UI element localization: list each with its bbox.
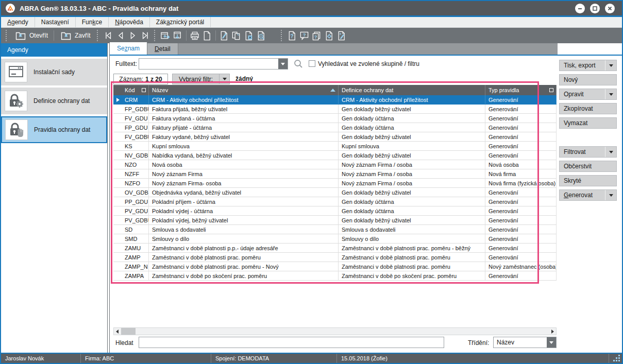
zav-t-button[interactable]: Zavřít	[56, 28, 94, 43]
filter-dropdown-icon[interactable]	[219, 74, 229, 84]
hledat-label: Hledat	[115, 339, 133, 346]
menu-item-n-pov-da[interactable]: Nápověda	[109, 17, 150, 27]
table-row[interactable]: PV_GDUPokladní výdej - účtárnaGen doklad…	[113, 206, 557, 216]
minimize-icon[interactable]	[575, 4, 585, 13]
column-header-n-zev[interactable]: Název	[149, 85, 339, 95]
column-options-icon[interactable]	[549, 88, 553, 92]
table-row[interactable]: PP_GDUPokladní příjem - účtárnaGen dokla…	[113, 197, 557, 206]
fulltext-input[interactable]	[139, 58, 288, 70]
table-row[interactable]: OV_GDBUObjednávka vydaná, běžný uživatel…	[113, 188, 557, 197]
sidebar-item-pravidla-ochrany-dat[interactable]: Pravidla ochrany dat	[1, 116, 107, 143]
table-row[interactable]: ZAMUZaměstnanci v době platnosti p.p.- ú…	[113, 244, 557, 253]
vymazat-button[interactable]: Vymazat	[559, 117, 617, 129]
scrollbar-thumb[interactable]	[121, 328, 136, 335]
close-icon[interactable]	[605, 4, 615, 13]
table-row[interactable]: CRMCRM - Aktivity obchodní příležitostCR…	[113, 95, 557, 105]
otev-t-button[interactable]: Otevřít	[11, 28, 52, 43]
new-document-icon[interactable]	[201, 29, 213, 42]
column-header-typ-pravidla[interactable]: Typ pravidla	[485, 85, 557, 95]
dropdown-arrow-icon[interactable]	[605, 147, 616, 157]
table-row[interactable]: FP_GDBUFaktura přijatá, běžný uživatelGe…	[113, 105, 557, 114]
filter-value: žádný	[235, 75, 253, 82]
column-header-k-d[interactable]: Kód	[113, 85, 149, 95]
sort-asc-icon[interactable]	[330, 89, 335, 92]
menu-item-agendy[interactable]: Agendy	[1, 17, 35, 27]
dropdown-arrow-icon[interactable]	[605, 89, 616, 99]
column-header-definice-ochrany-dat[interactable]: Definice ochrany dat	[339, 85, 485, 95]
nov-button[interactable]: Nový	[559, 74, 617, 85]
context-help-icon[interactable]: ?	[298, 29, 311, 42]
dropdown-arrow-icon[interactable]	[605, 60, 616, 71]
copy-icon[interactable]	[230, 29, 243, 42]
open-in-editor-icon[interactable]	[159, 29, 172, 42]
search-in-group-checkbox[interactable]	[309, 60, 315, 67]
preview-icon[interactable]	[255, 29, 267, 42]
help-document-icon[interactable]: ?	[286, 29, 298, 42]
table-row[interactable]: SMDSmlouvy o díloSmlouvy o díloGenerován…	[113, 234, 557, 244]
menu-item-funkce[interactable]: Funkce	[76, 17, 109, 27]
scroll-right-icon[interactable]	[549, 328, 556, 335]
cell-typ-pravidla: Nová firma (fyzická osoba)	[485, 179, 557, 187]
table-row[interactable]: KSKupní smlouvaKupní smlouvaGenerování	[113, 142, 557, 151]
skryt-button[interactable]: Skryté	[559, 175, 617, 186]
cell-n-zev: Pokladní příjem - účtárna	[149, 197, 339, 206]
print-icon[interactable]	[189, 29, 201, 42]
filtrovat-button[interactable]: Filtrovat	[559, 146, 617, 158]
column-options-icon[interactable]	[142, 88, 146, 92]
search-icon[interactable]	[293, 59, 304, 69]
sidebar-item-definice-ochrany-dat[interactable]: Definice ochrany dat	[1, 88, 107, 114]
scroll-left-icon[interactable]	[114, 328, 121, 335]
table-row[interactable]: FV_GDUFaktura vydaná - účtárnaGen doklad…	[113, 114, 557, 123]
cell-typ-pravidla: Generování	[485, 234, 557, 243]
resize-grip-icon[interactable]	[609, 354, 622, 363]
related-help-icon[interactable]	[323, 29, 335, 42]
opravit-button[interactable]: Opravit	[559, 89, 617, 100]
horizontal-scrollbar[interactable]	[113, 327, 557, 335]
table-row[interactable]: FV_GDBUFaktury vydané, běžný uživatelGen…	[113, 132, 557, 142]
cell-n-zev: Faktura vydaná - účtárna	[149, 114, 339, 123]
cell-k-d: OV_GDBU	[113, 188, 149, 197]
selected-filter-button[interactable]: Vybraný filtr:	[172, 74, 230, 84]
table-row[interactable]: PV_GDBUPokladní výdej, běžný uživatelGen…	[113, 216, 557, 225]
cell-n-zev: Nový záznam Firma- osoba	[149, 179, 339, 187]
cell-k-d: CRM	[113, 95, 149, 104]
table-row[interactable]: NZFFNový záznam FirmaNový záznam Firma /…	[113, 169, 557, 179]
table-row[interactable]: ZAMPAZaměstnanci v době po skočení prac.…	[113, 271, 557, 281]
fulltext-dropdown-icon[interactable]	[278, 59, 288, 69]
cell-definice-ochrany-dat: CRM - Aktivity obchodní příležitost	[339, 95, 485, 104]
trideni-dropdown-icon[interactable]	[547, 337, 556, 348]
maximize-icon[interactable]	[590, 4, 600, 13]
tab-seznam[interactable]: Seznam	[110, 42, 147, 55]
zkop-rovat-button[interactable]: Zkopírovat	[559, 103, 617, 114]
table-row[interactable]: SDSmlouva s dodavateliSmlouva s dodavate…	[113, 225, 557, 234]
table-row[interactable]: NZFONový záznam Firma- osobaNový záznam …	[113, 179, 557, 188]
cell-typ-pravidla: Generování	[485, 95, 557, 104]
generovat-button[interactable]: Generovat	[559, 189, 617, 201]
nav-first-icon[interactable]	[102, 29, 114, 42]
button-label: Opravit	[560, 91, 605, 98]
cell-k-d: SD	[113, 225, 149, 234]
table-row[interactable]: NV_GDBUNabídka vydaná, běžný uživatelGen…	[113, 151, 557, 160]
help-topics-icon[interactable]: ?	[311, 29, 323, 42]
table-row[interactable]: NZONová osobaNový záznam Firma / osobaNo…	[113, 160, 557, 169]
hledat-input[interactable]	[139, 337, 444, 348]
refresh-record-icon[interactable]	[172, 29, 184, 42]
annotate-icon[interactable]	[335, 29, 348, 42]
table-row[interactable]: FP_GDUFaktury přijaté - účtárnaGen dokla…	[113, 123, 557, 132]
dropdown-arrow-icon[interactable]	[605, 190, 616, 200]
nav-next-icon[interactable]	[127, 29, 139, 42]
menu-item-z-kaznick-port-l[interactable]: Zákaznický portál	[150, 17, 211, 27]
cell-n-zev: CRM - Aktivity obchodní příležitost	[149, 95, 339, 104]
delete-icon[interactable]	[243, 29, 255, 42]
table-row[interactable]: ZAMP_NZaměstnanci v době platnosti prac.…	[113, 262, 557, 271]
nav-last-icon[interactable]	[139, 29, 151, 42]
table-row[interactable]: ZAMPZaměstnanci v době platnosti prac. p…	[113, 253, 557, 262]
nav-prev-icon[interactable]	[114, 29, 127, 42]
ob-erstvit-button[interactable]: Občerstvit	[559, 161, 617, 172]
trideni-select[interactable]: Název	[493, 337, 557, 348]
sidebar-item-instala-n-sady[interactable]: Instalační sady	[1, 59, 107, 85]
tab-detail[interactable]: Detail	[147, 43, 178, 55]
menu-item-nastaven[interactable]: Nastavení	[35, 17, 76, 27]
edit-icon[interactable]	[218, 29, 230, 42]
tisk-export-button[interactable]: Tisk, export	[559, 60, 617, 71]
